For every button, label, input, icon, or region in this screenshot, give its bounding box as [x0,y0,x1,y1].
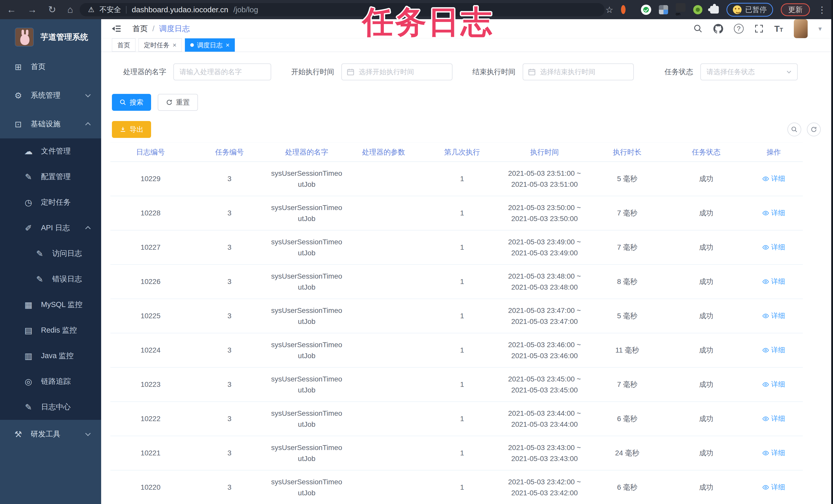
duration-cell: 5 毫秒 [587,173,668,184]
update-button[interactable]: 更新 [781,3,810,16]
tab-home[interactable]: 首页 [112,39,136,52]
start-time-input[interactable] [341,64,452,80]
sidebar-item-error-logs[interactable]: ✎ 错误日志 [0,266,101,292]
handler-name: sysUserSessionTimeoutJob [271,305,343,327]
exec-time-start: 2021-05-03 23:50:00 ~ [508,202,581,213]
refresh-button[interactable] [807,123,821,136]
exec-time-end: 2021-05-03 23:43:00 [511,453,578,464]
handler-name: sysUserSessionTimeoutJob [271,374,343,396]
task-status-select[interactable]: 请选择任务状态 [700,64,798,80]
grid-extension-icon[interactable] [659,5,668,14]
sidebar-item-access-logs[interactable]: ✎ 访问日志 [0,241,101,266]
sidebar-item-redis-monitor[interactable]: ▤ Redis 监控 [0,318,101,343]
github-icon[interactable] [713,24,723,33]
fullscreen-icon[interactable] [754,24,764,33]
exec-time-start: 2021-05-03 23:42:00 ~ [508,476,581,487]
sidebar-submenu-infrastructure: ☁ 文件管理 ✎ 配置管理 ◷ 定时任务 ✐ API 日志 ✎ [0,138,101,420]
detail-link[interactable]: 详细 [762,173,785,184]
job-id-cell: 3 [191,173,268,184]
handler-name-input[interactable] [173,64,271,80]
detail-link[interactable]: 详细 [762,208,785,219]
sidebar-item-dev-tools[interactable]: ⚒ 研发工具 [0,420,101,449]
close-icon[interactable]: × [225,42,230,48]
sidebar-item-api-logs[interactable]: ✐ API 日志 [0,215,101,241]
table-row: 10228 3 sysUserSessionTimeoutJob 1 2021-… [110,196,803,230]
detail-link[interactable]: 详细 [762,413,785,424]
app-logo [15,28,34,47]
exec-time-end: 2021-05-03 23:42:00 [511,487,578,498]
reload-icon[interactable]: ↻ [48,5,56,14]
breadcrumb-current: 调度日志 [159,24,190,34]
column-header: 日志编号 [110,147,191,157]
on-extension-icon[interactable]: on [676,3,686,16]
sidebar-item-mysql-monitor[interactable]: ▦ MySQL 监控 [0,292,101,318]
sidebar-item-java-monitor[interactable]: ▥ Java 监控 [0,343,101,369]
monitor-icon: ⊡ [12,119,24,129]
sidebar-item-system[interactable]: ⚙ 系统管理 [0,81,101,110]
search-button[interactable]: 搜索 [112,94,151,111]
browser-toolbar-right: ☆ on 已暂停 更新 ⋮ [605,3,826,17]
error-log-icon: ✎ [34,274,46,284]
close-icon[interactable]: × [173,42,176,48]
eye-icon [762,484,769,491]
bookmark-star-icon[interactable]: ☆ [605,5,613,15]
detail-link[interactable]: 详细 [762,448,785,458]
breadcrumb-home[interactable]: 首页 [133,24,148,34]
extensions-puzzle-icon[interactable] [710,6,719,14]
table-row: 10229 3 sysUserSessionTimeoutJob 1 2021-… [110,162,803,196]
sidebar-item-infrastructure[interactable]: ⊡ 基础设施 [0,110,101,138]
browser-menu-icon[interactable]: ⋮ [818,5,826,15]
duration-cell: 11 毫秒 [587,345,668,356]
sidebar-fold-icon[interactable] [111,24,121,33]
tab-scheduled-tasks[interactable]: 定时任务 × [139,39,182,52]
actions-cell: 详细 [745,242,803,253]
back-icon[interactable]: ← [7,5,16,14]
actions-cell: 详细 [745,482,803,493]
leaf-extension-icon[interactable] [693,5,703,14]
detail-link[interactable]: 详细 [762,276,785,287]
search-icon[interactable] [693,24,703,33]
sidebar-item-config-management[interactable]: ✎ 配置管理 [0,164,101,190]
ring-extension-icon[interactable] [621,7,625,12]
exec-time-cell: 2021-05-03 23:45:00 ~ 2021-05-03 23:45:0… [502,374,587,396]
not-secure-label[interactable]: 不安全 [99,5,121,15]
status-cell: 成功 [668,413,745,424]
sidebar-item-label: 系统管理 [31,90,61,101]
tab-job-log[interactable]: 调度日志 × [185,39,235,52]
sidebar-item-log-center[interactable]: ✎ 日志中心 [0,394,101,420]
chevron-down-icon [86,434,90,438]
sidebar-item-trace[interactable]: ◎ 链路追踪 [0,369,101,394]
tab-label: 首页 [117,41,130,49]
home-icon[interactable]: ⌂ [67,5,73,14]
address-bar[interactable]: ⚠ 不安全 dashboard.yudao.iocoder.cn/job/log [80,3,604,16]
detail-link[interactable]: 详细 [762,379,785,390]
detail-link[interactable]: 详细 [762,242,785,253]
avatar-caret-icon[interactable]: ▾ [818,25,822,33]
column-header: 处理器的参数 [345,147,422,157]
v-extension-icon[interactable] [641,5,651,15]
sidebar-item-scheduled-tasks[interactable]: ◷ 定时任务 [0,190,101,215]
help-icon[interactable]: ? [734,24,744,33]
eye-icon [762,210,769,217]
detail-link[interactable]: 详细 [762,482,785,493]
paused-profile-pill[interactable]: 已暂停 [727,3,773,17]
detail-link[interactable]: 详细 [762,310,785,321]
font-size-icon[interactable]: T T [775,24,783,34]
access-log-icon: ✎ [34,249,46,259]
exec-time-start: 2021-05-03 23:43:00 ~ [508,442,581,453]
active-tab-dot [190,43,194,47]
avatar[interactable] [794,19,808,38]
task-status-label: 任务状态 [665,67,693,77]
end-time-input[interactable] [523,64,634,80]
forward-icon[interactable]: → [27,5,37,14]
sidebar-item-file-management[interactable]: ☁ 文件管理 [0,138,101,164]
toggle-search-button[interactable] [787,123,801,136]
export-button[interactable]: 导出 [112,121,151,138]
sidebar-item-home[interactable]: ⊞ 首页 [0,52,101,81]
reset-button[interactable]: 重置 [158,94,198,111]
end-time-label: 结束执行时间 [469,67,516,77]
scrollbar[interactable] [831,0,833,504]
detail-link[interactable]: 详细 [762,345,785,356]
app-logo-row[interactable]: 芋道管理系统 [0,19,101,52]
table-row: 10223 3 sysUserSessionTimeoutJob 1 2021-… [110,368,803,402]
